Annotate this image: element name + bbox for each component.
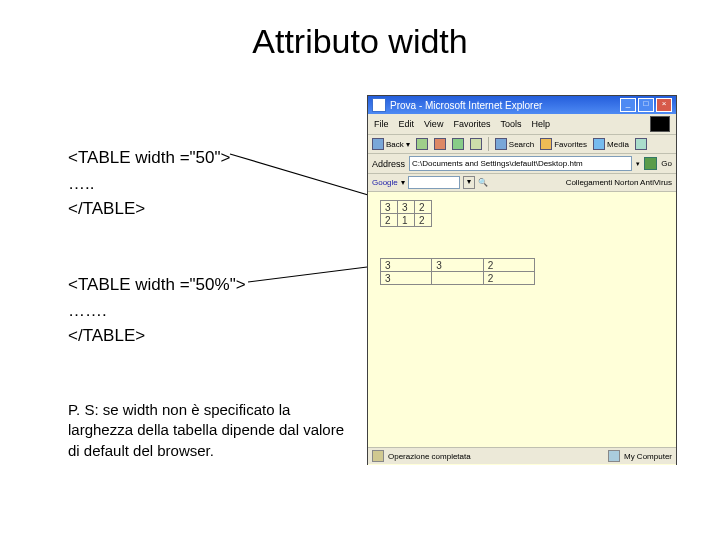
- menu-edit[interactable]: Edit: [399, 119, 415, 129]
- refresh-button[interactable]: [452, 138, 464, 150]
- status-icon: [372, 450, 384, 462]
- ie-googlebar: Google ▾ ▾ 🔍 Collegamenti Norton AntiVir…: [368, 174, 676, 192]
- menu-help[interactable]: Help: [531, 119, 550, 129]
- ie-menubar: File Edit View Favorites Tools Help: [368, 114, 676, 135]
- svg-line-0: [230, 154, 385, 200]
- search-label: Search: [509, 140, 534, 149]
- star-icon: [540, 138, 552, 150]
- ie-window: Prova - Microsoft Internet Explorer _ □ …: [367, 95, 677, 465]
- ie-addressbar: Address C:\Documents and Settings\defaul…: [368, 154, 676, 174]
- cell: 2: [483, 272, 534, 285]
- ps-text: se width non è specificato la larghezza …: [68, 401, 344, 459]
- address-dropdown-icon[interactable]: ▾: [636, 160, 640, 168]
- address-label: Address: [372, 159, 405, 169]
- ie-statusbar: Operazione completata My Computer: [368, 447, 676, 464]
- links-label[interactable]: Collegamenti: [566, 178, 613, 187]
- go-button[interactable]: [644, 157, 657, 170]
- cell: 3: [381, 259, 432, 272]
- google-search-input[interactable]: [408, 176, 460, 189]
- address-input[interactable]: C:\Documents and Settings\default\Deskto…: [409, 156, 632, 171]
- cell: 3: [398, 201, 415, 214]
- code-example-1: <TABLE width ="50"> ….. </TABLE>: [68, 145, 231, 222]
- media-button[interactable]: Media: [593, 138, 629, 150]
- media-icon: [593, 138, 605, 150]
- favorites-button[interactable]: Favorites: [540, 138, 587, 150]
- page-title: Attributo width: [0, 22, 720, 61]
- cell: 2: [415, 214, 432, 227]
- code-line: …….: [68, 301, 107, 320]
- ie-title-text: Prova - Microsoft Internet Explorer: [390, 100, 542, 111]
- back-button[interactable]: Back ▾: [372, 138, 410, 150]
- home-icon: [470, 138, 482, 150]
- windows-logo-icon: [650, 116, 670, 132]
- html-table-50pct: 332 32: [380, 258, 535, 285]
- stop-button[interactable]: [434, 138, 446, 150]
- computer-icon: [608, 450, 620, 462]
- forward-button[interactable]: [416, 138, 428, 150]
- code-line: …..: [68, 174, 94, 193]
- forward-icon: [416, 138, 428, 150]
- code-line: </TABLE>: [68, 199, 145, 218]
- history-button[interactable]: [635, 138, 647, 150]
- toolbar-separator: [488, 137, 489, 151]
- maximize-button[interactable]: □: [638, 98, 654, 112]
- menu-favorites[interactable]: Favorites: [453, 119, 490, 129]
- menu-file[interactable]: File: [374, 119, 389, 129]
- menu-view[interactable]: View: [424, 119, 443, 129]
- home-button[interactable]: [470, 138, 482, 150]
- html-table-50px: 332 212: [380, 200, 432, 227]
- cell: 1: [398, 214, 415, 227]
- cell: 3: [381, 201, 398, 214]
- code-example-2: <TABLE width ="50%"> ……. </TABLE>: [68, 272, 246, 349]
- code-line: <TABLE width ="50%">: [68, 275, 246, 294]
- cell: 2: [483, 259, 534, 272]
- arrow-to-table1: [230, 152, 390, 202]
- ie-toolbar: Back ▾ Search Favorites Media: [368, 135, 676, 154]
- menu-tools[interactable]: Tools: [500, 119, 521, 129]
- search-button[interactable]: Search: [495, 138, 534, 150]
- cell: 3: [432, 259, 483, 272]
- cell: 2: [381, 214, 398, 227]
- minimize-button[interactable]: _: [620, 98, 636, 112]
- media-label: Media: [607, 140, 629, 149]
- code-line: </TABLE>: [68, 326, 145, 345]
- zone-label: My Computer: [624, 452, 672, 461]
- go-label: Go: [661, 159, 672, 168]
- google-dropdown-icon[interactable]: ▾: [463, 176, 475, 189]
- close-button[interactable]: ×: [656, 98, 672, 112]
- ie-content-area: 332 212 332 32: [368, 192, 676, 465]
- google-label: Google: [372, 178, 398, 187]
- back-label: Back: [386, 140, 404, 149]
- cell: 2: [415, 201, 432, 214]
- norton-label: Norton AntiVirus: [614, 178, 672, 187]
- ie-titlebar: Prova - Microsoft Internet Explorer _ □ …: [368, 96, 676, 114]
- refresh-icon: [452, 138, 464, 150]
- code-line: <TABLE width ="50">: [68, 148, 231, 167]
- search-icon: [495, 138, 507, 150]
- google-search-icon[interactable]: 🔍: [478, 178, 488, 187]
- ie-app-icon: [372, 98, 386, 112]
- status-text: Operazione completata: [388, 452, 471, 461]
- postscript-note: P. S: se width non è specificato la larg…: [68, 400, 348, 461]
- stop-icon: [434, 138, 446, 150]
- back-icon: [372, 138, 384, 150]
- cell: 3: [381, 272, 432, 285]
- cell: [432, 272, 483, 285]
- favorites-label: Favorites: [554, 140, 587, 149]
- history-icon: [635, 138, 647, 150]
- ps-prefix: P. S:: [68, 401, 103, 418]
